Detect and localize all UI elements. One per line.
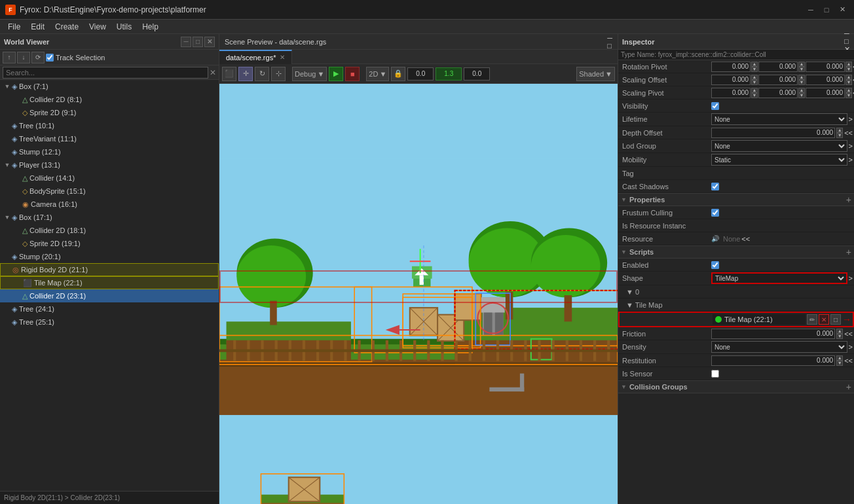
spin-dn-x-2[interactable]: ▼ <box>751 93 758 98</box>
coord-y-input[interactable] <box>436 67 462 81</box>
wv-close[interactable]: ✕ <box>204 37 215 47</box>
field-number-22[interactable] <box>711 355 835 366</box>
ac-minimize[interactable]: ─ <box>844 500 850 504</box>
spin-dn-num-20[interactable]: ▼ <box>836 334 843 339</box>
scene-canvas[interactable] <box>219 84 618 504</box>
menu-view[interactable]: View <box>84 21 111 33</box>
field-checkbox-9[interactable] <box>711 183 719 190</box>
scene-maximize[interactable]: □ <box>607 42 612 50</box>
move-tool[interactable]: ✛ <box>238 67 253 81</box>
spin-up-y-2[interactable]: ▲ <box>798 88 805 93</box>
spin-up-num-20[interactable]: ▲ <box>836 329 843 334</box>
tilemap-edit-btn[interactable]: ✏ <box>807 314 817 325</box>
spin-dn-z-0[interactable]: ▼ <box>845 67 852 72</box>
tree-item-9[interactable]: ◉Camera (16:1) <box>0 198 219 211</box>
field-dropdown-16[interactable]: TileMap <box>711 272 847 284</box>
select-tool[interactable]: ⬛ <box>222 67 236 81</box>
menu-edit[interactable]: Edit <box>26 21 50 33</box>
tree-item-16[interactable]: △Collider 2D (23:1) <box>0 289 219 302</box>
track-selection-checkbox[interactable]: Track Selection <box>46 54 105 62</box>
tree-item-10[interactable]: ▼◈Box (17:1) <box>0 211 219 224</box>
vec3-x-2[interactable] <box>711 88 751 98</box>
menu-help[interactable]: Help <box>137 21 164 33</box>
spin-up-num-5[interactable]: ▲ <box>836 128 843 133</box>
inspector-section-24[interactable]: ▼Collision Groups+ <box>618 380 854 393</box>
tree-item-13[interactable]: ◈Stump (20:1) <box>0 250 219 263</box>
menu-create[interactable]: Create <box>50 21 84 33</box>
field-dropdown-7[interactable]: Static <box>711 154 847 166</box>
inspector-maximize[interactable]: □ <box>844 37 850 45</box>
inspector-section-10[interactable]: ▼Properties+ <box>618 193 854 206</box>
section-add-10[interactable]: + <box>846 194 851 205</box>
tilemap-delete-btn[interactable]: ✕ <box>819 314 829 325</box>
field-number-5[interactable] <box>711 128 835 138</box>
tree-item-7[interactable]: △Collider (14:1) <box>0 171 219 185</box>
tab-close-icon[interactable]: ✕ <box>280 54 285 61</box>
spin-up-y-1[interactable]: ▲ <box>798 75 805 80</box>
menu-utils[interactable]: Utils <box>111 21 137 33</box>
spin-up-z-2[interactable]: ▲ <box>845 88 852 93</box>
field-side-5[interactable]: << <box>844 129 853 137</box>
vec3-x-1[interactable] <box>711 75 751 85</box>
spin-dn-y-1[interactable]: ▼ <box>798 80 805 85</box>
play-button[interactable]: ▶ <box>329 67 343 81</box>
vec3-y-2[interactable] <box>758 88 798 98</box>
scale-tool[interactable]: ⊹ <box>271 67 286 81</box>
tree-item-3[interactable]: ◈Tree (10:1) <box>0 119 219 132</box>
menu-file[interactable]: File <box>3 21 26 33</box>
spin-dn-x-0[interactable]: ▼ <box>751 67 758 72</box>
tilemap-copy-btn[interactable]: □ <box>830 314 841 325</box>
stop-button[interactable]: ■ <box>345 67 360 81</box>
vec3-y-1[interactable] <box>758 75 798 85</box>
field-expand-16[interactable]: > <box>849 274 853 282</box>
tree-item-18[interactable]: ◈Tree (25:1) <box>0 315 219 329</box>
spin-dn-z-1[interactable]: ▼ <box>845 80 852 85</box>
spin-up-y-0[interactable]: ▲ <box>798 62 805 67</box>
tree-item-8[interactable]: ◇BodySprite (15:1) <box>0 185 219 198</box>
wv-btn-2[interactable]: □ <box>193 37 203 47</box>
vec3-z-0[interactable] <box>806 62 845 72</box>
spin-up-z-0[interactable]: ▲ <box>845 62 852 67</box>
field-checkbox-15[interactable] <box>711 261 719 269</box>
vec3-x-0[interactable] <box>711 62 751 72</box>
tree-item-4[interactable]: ◈TreeVariant (11:1) <box>0 132 219 145</box>
inspector-section-14[interactable]: ▼Scripts+ <box>618 245 854 259</box>
field-expand-7[interactable]: > <box>849 156 853 164</box>
lock-btn[interactable]: 🔒 <box>391 67 405 81</box>
wv-search-input[interactable] <box>3 67 208 79</box>
field-side-22[interactable]: << <box>844 357 853 365</box>
tree-item-6[interactable]: ▼◈Player (13:1) <box>0 158 219 171</box>
wv-search-clear[interactable]: ✕ <box>210 68 216 77</box>
tree-item-14[interactable]: ◎Rigid Body 2D (21:1) <box>0 263 219 276</box>
field-dropdown-21[interactable]: None <box>711 341 847 353</box>
spin-dn-z-2[interactable]: ▼ <box>845 93 852 98</box>
shading-dropdown[interactable]: Shaded ▼ <box>576 67 615 81</box>
tree-item-15[interactable]: ⬛Tile Map (22:1) <box>0 276 219 289</box>
spin-dn-y-2[interactable]: ▼ <box>798 93 805 98</box>
coord-x-input[interactable] <box>407 67 434 81</box>
scene-minimize[interactable]: ─ <box>607 34 612 42</box>
vec3-z-1[interactable] <box>806 75 845 85</box>
spin-up-num-22[interactable]: ▲ <box>836 355 843 361</box>
section-add-14[interactable]: + <box>846 247 851 257</box>
field-expand-4[interactable]: > <box>849 115 853 123</box>
tree-item-2[interactable]: ◇Sprite 2D (9:1) <box>0 106 219 119</box>
tree-item-12[interactable]: ◇Sprite 2D (19:1) <box>0 237 219 250</box>
wv-btn-1[interactable]: ─ <box>181 37 191 47</box>
field-expand-6[interactable]: > <box>849 142 853 150</box>
projection-btn[interactable]: 2D ▼ <box>366 67 389 81</box>
minimize-button[interactable]: ─ <box>804 3 817 16</box>
wv-refresh-btn[interactable]: ⟳ <box>31 52 45 63</box>
spin-up-z-1[interactable]: ▲ <box>845 75 852 80</box>
spin-up-x-1[interactable]: ▲ <box>751 75 758 80</box>
tree-item-1[interactable]: △Collider 2D (8:1) <box>0 93 219 106</box>
wv-down-btn[interactable]: ↓ <box>17 52 30 63</box>
spin-dn-num-5[interactable]: ▼ <box>836 133 843 138</box>
spin-dn-num-22[interactable]: ▼ <box>836 361 843 366</box>
scene-tab-active[interactable]: data/scene.rgs* ✕ <box>219 50 292 64</box>
spin-up-x-0[interactable]: ▲ <box>751 62 758 67</box>
spin-dn-x-1[interactable]: ▼ <box>751 80 758 85</box>
field-checkbox-11[interactable] <box>711 209 719 217</box>
inspector-subsection-17[interactable]: ▼ 0 <box>618 285 854 298</box>
vec3-z-2[interactable] <box>806 88 845 98</box>
